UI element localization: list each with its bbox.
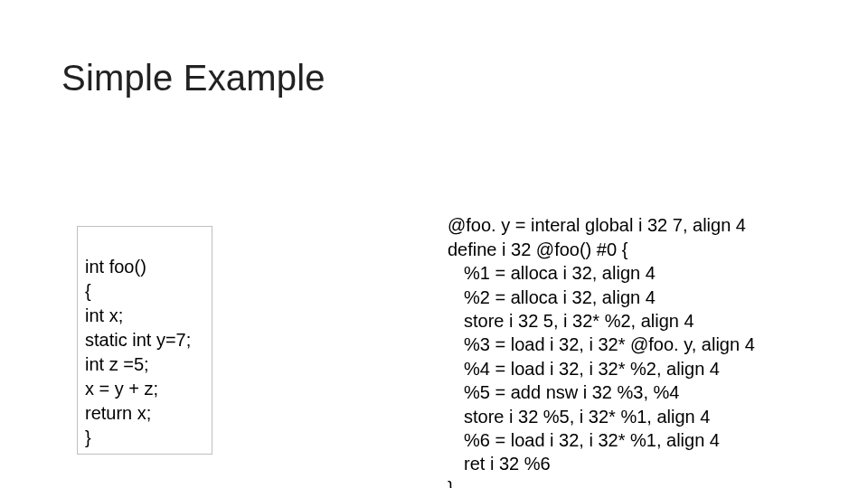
code-line: store i 32 %5, i 32* %1, align 4 <box>464 407 710 427</box>
code-line: } <box>448 478 454 488</box>
code-line: static int y=7; <box>85 330 191 350</box>
code-line: x = y + z; <box>85 379 158 399</box>
code-line: store i 32 5, i 32* %2, align 4 <box>464 311 694 331</box>
code-line: %6 = load i 32, i 32* %1, align 4 <box>464 430 720 450</box>
code-line: %4 = load i 32, i 32* %2, align 4 <box>464 359 720 379</box>
ir-code-box: @foo. y = interal global i 32 7, align 4… <box>448 190 809 488</box>
page-title: Simple Example <box>61 58 326 99</box>
slide: Simple Example int foo() { int x; static… <box>0 0 868 488</box>
code-line: int foo() <box>85 257 146 277</box>
code-line: } <box>85 427 91 447</box>
code-line: %2 = alloca i 32, align 4 <box>464 287 656 307</box>
code-line: define i 32 @foo() #0 { <box>448 239 627 259</box>
code-line: { <box>85 281 91 301</box>
code-line: ret i 32 %6 <box>464 454 551 474</box>
code-line: %1 = alloca i 32, align 4 <box>464 263 656 283</box>
code-line: %5 = add nsw i 32 %3, %4 <box>464 382 679 402</box>
code-line: %3 = load i 32, i 32* @foo. y, align 4 <box>464 334 755 354</box>
source-code-box: int foo() { int x; static int y=7; int z… <box>77 226 212 455</box>
code-line: @foo. y = interal global i 32 7, align 4 <box>448 215 746 235</box>
code-line: int x; <box>85 305 123 325</box>
code-line: int z =5; <box>85 354 149 374</box>
code-line: return x; <box>85 403 151 423</box>
